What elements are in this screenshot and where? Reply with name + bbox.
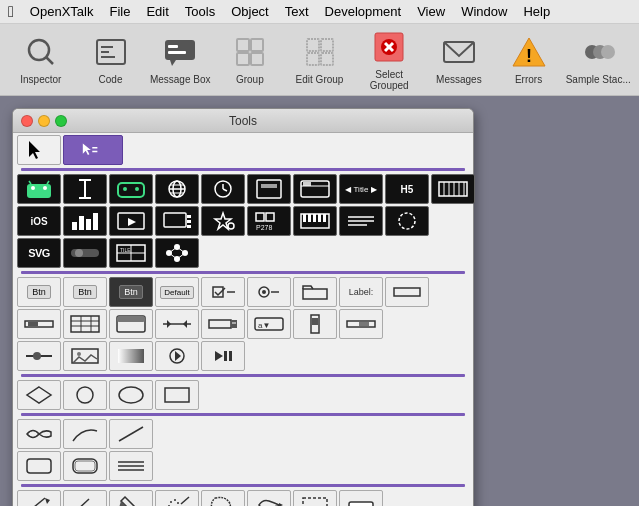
paragraph-tool[interactable] [339, 206, 383, 236]
radio-tool[interactable] [247, 277, 291, 307]
input-tool[interactable] [385, 277, 429, 307]
menu-view[interactable]: View [417, 4, 445, 19]
toolbar-messages[interactable]: Messages [426, 30, 492, 90]
marque-tool[interactable] [293, 490, 337, 506]
select-tool[interactable] [63, 135, 123, 165]
titlebar-tool[interactable]: ◀ Title ▶ [339, 174, 383, 204]
svg-rect-79 [303, 214, 306, 222]
timer-tool[interactable] [201, 174, 245, 204]
card-tool[interactable] [109, 309, 153, 339]
scrollbar-tool[interactable] [293, 174, 337, 204]
button4-tool[interactable]: Default [155, 277, 199, 307]
inspector-icon [23, 34, 59, 70]
maximize-button[interactable] [55, 115, 67, 127]
table-tool[interactable] [63, 309, 107, 339]
toolbar-code[interactable]: Code [78, 30, 144, 90]
chart-tool[interactable] [63, 206, 107, 236]
diamond-tool[interactable] [17, 380, 61, 410]
trackbar-tool[interactable] [17, 341, 61, 371]
spray-tool[interactable] [155, 490, 199, 506]
arrow-tool[interactable] [17, 135, 61, 165]
toolbar-editgroup[interactable]: Edit Group [287, 30, 353, 90]
eraser-tool[interactable] [339, 490, 383, 506]
animate-tool[interactable] [155, 341, 199, 371]
menu-openxtalk[interactable]: OpenXTalk [30, 4, 94, 19]
svg-point-159 [177, 502, 179, 504]
menu-object[interactable]: Object [231, 4, 269, 19]
menu-edit[interactable]: Edit [146, 4, 168, 19]
svg-text:TILE: TILE [120, 247, 131, 253]
popup-tool[interactable]: a▼ [247, 309, 291, 339]
menu-tools[interactable]: Tools [185, 4, 215, 19]
menu-file[interactable]: File [109, 4, 130, 19]
monitor-tool[interactable] [155, 206, 199, 236]
container-tool[interactable] [247, 174, 291, 204]
hscrollbar-tool[interactable] [17, 309, 61, 339]
player-tool[interactable] [109, 206, 153, 236]
circle-tool[interactable] [63, 380, 107, 410]
editgroup-label: Edit Group [296, 74, 344, 85]
menu-window[interactable]: Window [461, 4, 507, 19]
tools-title: Tools [229, 114, 257, 128]
separator-tool[interactable] [155, 309, 199, 339]
menu-development[interactable]: Development [325, 4, 402, 19]
line-tool[interactable] [109, 419, 153, 449]
ios-tool[interactable]: iOS [17, 206, 61, 236]
grid-tool[interactable]: P278 [247, 206, 291, 236]
svg-rect-128 [359, 322, 369, 326]
image-tool[interactable] [63, 341, 107, 371]
menu-help[interactable]: Help [523, 4, 550, 19]
toolbar-messagebox[interactable]: Message Box [147, 30, 213, 90]
button-tool[interactable]: Btn [17, 277, 61, 307]
fish2-tool[interactable] [247, 490, 291, 506]
oval-tool[interactable] [109, 380, 153, 410]
html5-tool[interactable]: H5 [385, 174, 429, 204]
toolbar-group[interactable]: Group [217, 30, 283, 90]
toolbar-inspector[interactable]: Inspector [8, 30, 74, 90]
scrollbar2-tool[interactable] [339, 309, 383, 339]
folder-tool[interactable] [293, 277, 337, 307]
svg-point-43 [135, 187, 139, 191]
toolbar-errors[interactable]: ! Errors [496, 30, 562, 90]
android-tool[interactable] [17, 174, 61, 204]
rating-tool[interactable] [201, 206, 245, 236]
svg-tool[interactable]: SVG [17, 238, 61, 268]
menu-text[interactable]: Text [285, 4, 309, 19]
fill-tool[interactable] [109, 490, 153, 506]
minimize-button[interactable] [38, 115, 50, 127]
apple-menu[interactable]:  [8, 3, 14, 21]
tile-tool[interactable]: TILE [109, 238, 153, 268]
pen-tool[interactable] [17, 490, 61, 506]
svg-marker-151 [45, 498, 50, 504]
lines-tool[interactable] [109, 451, 153, 481]
toolbar-samplestack[interactable]: Sample Stac... [565, 30, 631, 90]
android2-tool[interactable] [109, 174, 153, 204]
roundrect-tool[interactable] [17, 451, 61, 481]
combo-tool[interactable] [201, 309, 245, 339]
button3-tool[interactable]: Btn [109, 277, 153, 307]
rect-tool[interactable] [155, 380, 199, 410]
transport-tool[interactable] [201, 341, 245, 371]
spinner-tool[interactable] [385, 206, 429, 236]
gradient-tool[interactable] [109, 341, 153, 371]
fish-tool[interactable] [17, 419, 61, 449]
graph-tool[interactable] [155, 238, 199, 268]
roundrect2-tool[interactable] [63, 451, 107, 481]
vscrollbar-tool[interactable] [293, 309, 337, 339]
brush-tool[interactable] [63, 490, 107, 506]
browser-tool[interactable] [155, 174, 199, 204]
bend-tool[interactable] [63, 419, 107, 449]
label-tool[interactable]: Label: [339, 277, 383, 307]
button2-tool[interactable]: Btn [63, 277, 107, 307]
close-button[interactable] [21, 115, 33, 127]
field-tool[interactable] [63, 174, 107, 204]
toolbar-selectgrouped[interactable]: Select Grouped [356, 30, 422, 90]
toolbar: Inspector Code Message Box [0, 24, 639, 96]
piano-tool[interactable] [293, 206, 337, 236]
switch-tool[interactable] [63, 238, 107, 268]
svg-text:a▼: a▼ [258, 321, 270, 330]
lasso-tool[interactable] [201, 490, 245, 506]
keyboard-tool[interactable] [431, 174, 475, 204]
checkbox-tool[interactable] [201, 277, 245, 307]
svg-line-163 [181, 497, 189, 504]
